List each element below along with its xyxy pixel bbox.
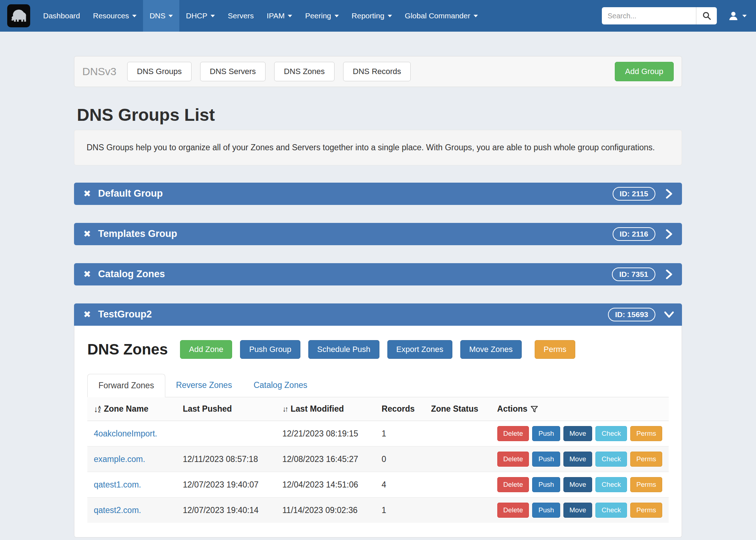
perms-button[interactable]: Perms bbox=[630, 452, 662, 467]
move-button[interactable]: Move bbox=[563, 452, 592, 467]
perms-button[interactable]: Perms bbox=[630, 426, 662, 441]
chevron-down-icon bbox=[169, 15, 173, 17]
table-header-row: ↓AZ Zone Name Last Pushed ↓↑ Last Modifi… bbox=[87, 397, 669, 421]
nav-item-peering[interactable]: Peering bbox=[299, 0, 345, 32]
main-menu: Dashboard Resources DNS DHCP Servers IPA… bbox=[37, 0, 484, 32]
add-group-button[interactable]: Add Group bbox=[615, 62, 674, 81]
provision-logo[interactable] bbox=[7, 4, 30, 27]
schedule-push-button[interactable]: Schedule Push bbox=[308, 340, 379, 359]
nav-item-reporting[interactable]: Reporting bbox=[345, 0, 398, 32]
col-last-pushed: Last Pushed bbox=[176, 397, 276, 421]
push-button[interactable]: Push bbox=[532, 452, 560, 467]
nav-item-global-commander[interactable]: Global Commander bbox=[398, 0, 484, 32]
nav-item-dhcp[interactable]: DHCP bbox=[179, 0, 221, 32]
check-button[interactable]: Check bbox=[595, 477, 627, 492]
search-icon bbox=[702, 11, 711, 20]
dns-records-button[interactable]: DNS Records bbox=[343, 62, 411, 81]
user-menu[interactable] bbox=[728, 10, 747, 22]
tab-forward-zones[interactable]: Forward Zones bbox=[87, 374, 165, 397]
chevron-down-icon bbox=[211, 15, 215, 17]
dns-groups-button[interactable]: DNS Groups bbox=[127, 62, 192, 81]
last-modified-cell: 12/04/2023 14:51:06 bbox=[276, 472, 375, 498]
last-pushed-cell: 12/07/2023 19:40:07 bbox=[176, 472, 276, 498]
actions-cell: Delete Push Move Check Perms bbox=[491, 498, 669, 523]
chevron-down-icon bbox=[132, 15, 137, 17]
check-button[interactable]: Check bbox=[595, 452, 627, 467]
check-button[interactable]: Check bbox=[595, 503, 627, 518]
perms-button[interactable]: Perms bbox=[535, 340, 576, 359]
column-label: Records bbox=[382, 404, 415, 414]
delete-button[interactable]: Delete bbox=[497, 452, 529, 467]
nav-item-ipam[interactable]: IPAM bbox=[260, 0, 299, 32]
search-group bbox=[602, 7, 717, 24]
nav-label: Servers bbox=[228, 12, 254, 20]
dns-servers-button[interactable]: DNS Servers bbox=[200, 62, 266, 81]
push-group-button[interactable]: Push Group bbox=[240, 340, 300, 359]
close-icon[interactable]: ✖ bbox=[83, 310, 91, 319]
user-icon bbox=[728, 10, 739, 22]
push-button[interactable]: Push bbox=[532, 503, 560, 518]
zone-status-cell bbox=[424, 421, 490, 447]
zone-name-cell: qatest2.com. bbox=[87, 498, 176, 523]
close-icon[interactable]: ✖ bbox=[83, 270, 91, 279]
filter-icon[interactable] bbox=[530, 405, 538, 413]
nav-label: DHCP bbox=[186, 12, 207, 20]
zones-table: ↓AZ Zone Name Last Pushed ↓↑ Last Modifi… bbox=[87, 397, 669, 523]
sort-alphabetical-icon[interactable]: ↓AZ bbox=[94, 405, 101, 413]
tab-catalog-zones[interactable]: Catalog Zones bbox=[243, 374, 318, 397]
delete-button[interactable]: Delete bbox=[497, 477, 529, 492]
zone-status-cell bbox=[424, 447, 490, 472]
last-pushed-cell: 12/07/2023 19:40:14 bbox=[176, 498, 276, 523]
check-button[interactable]: Check bbox=[595, 426, 627, 441]
column-label: Last Modified bbox=[291, 404, 344, 414]
nav-item-dns[interactable]: DNS bbox=[143, 0, 179, 32]
tab-reverse-zones[interactable]: Reverse Zones bbox=[165, 374, 243, 397]
nav-label: DNS bbox=[149, 12, 165, 20]
group-row-catalog-zones[interactable]: ✖ Catalog Zones ID: 7351 bbox=[74, 263, 682, 285]
delete-button[interactable]: Delete bbox=[497, 426, 529, 441]
group-name: Catalog Zones bbox=[98, 269, 165, 280]
nav-item-dashboard[interactable]: Dashboard bbox=[37, 0, 87, 32]
column-label: Zone Status bbox=[431, 404, 478, 414]
push-button[interactable]: Push bbox=[532, 426, 560, 441]
group-id-badge: ID: 7351 bbox=[612, 267, 655, 281]
search-button[interactable] bbox=[696, 7, 717, 24]
close-icon[interactable]: ✖ bbox=[83, 229, 91, 238]
chevron-right-icon[interactable] bbox=[665, 189, 673, 199]
push-button[interactable]: Push bbox=[532, 477, 560, 492]
close-icon[interactable]: ✖ bbox=[83, 189, 91, 198]
chevron-down-icon bbox=[335, 15, 339, 17]
group-row-default-group[interactable]: ✖ Default Group ID: 2115 bbox=[74, 183, 682, 205]
move-button[interactable]: Move bbox=[563, 503, 592, 518]
zone-link[interactable]: example.com. bbox=[94, 454, 145, 464]
perms-button[interactable]: Perms bbox=[630, 503, 662, 518]
perms-button[interactable]: Perms bbox=[630, 477, 662, 492]
move-button[interactable]: Move bbox=[563, 426, 592, 441]
move-zones-button[interactable]: Move Zones bbox=[460, 340, 522, 359]
search-input[interactable] bbox=[602, 7, 696, 24]
dns-zones-button[interactable]: DNS Zones bbox=[274, 62, 335, 81]
chevron-right-icon[interactable] bbox=[665, 229, 673, 239]
chevron-down-icon[interactable] bbox=[665, 310, 673, 320]
zone-name-cell: example.com. bbox=[87, 447, 176, 472]
delete-button[interactable]: Delete bbox=[497, 503, 529, 518]
last-modified-cell: 11/14/2023 09:02:36 bbox=[276, 498, 375, 523]
chevron-right-icon[interactable] bbox=[665, 269, 673, 279]
sort-icon[interactable]: ↓↑ bbox=[282, 405, 287, 413]
zone-link[interactable]: 4oakcloneImport. bbox=[94, 429, 157, 438]
export-zones-button[interactable]: Export Zones bbox=[387, 340, 452, 359]
group-row-testgroup2[interactable]: ✖ TestGroup2 ID: 15693 bbox=[74, 303, 682, 326]
nav-item-servers[interactable]: Servers bbox=[221, 0, 260, 32]
testgroup2-panel: DNS Zones Add Zone Push Group Schedule P… bbox=[74, 326, 682, 538]
add-zone-button[interactable]: Add Zone bbox=[180, 340, 232, 359]
table-row: qatest1.com. 12/07/2023 19:40:07 12/04/2… bbox=[87, 472, 669, 498]
nav-item-resources[interactable]: Resources bbox=[87, 0, 143, 32]
move-button[interactable]: Move bbox=[563, 477, 592, 492]
zone-link[interactable]: qatest1.com. bbox=[94, 480, 141, 489]
records-cell: 1 bbox=[375, 421, 424, 447]
zone-link[interactable]: qatest2.com. bbox=[94, 505, 141, 515]
col-actions: Actions bbox=[491, 397, 669, 421]
dns-zones-title: DNS Zones bbox=[87, 341, 168, 358]
group-name: TestGroup2 bbox=[98, 309, 152, 320]
group-row-templates-group[interactable]: ✖ Templates Group ID: 2116 bbox=[74, 223, 682, 245]
